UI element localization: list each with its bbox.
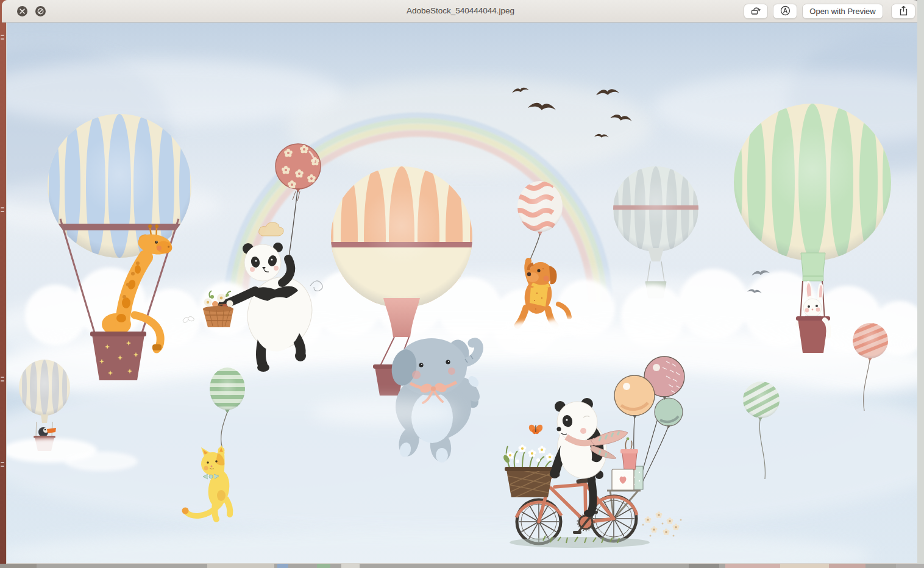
prohibit-icon — [37, 8, 44, 15]
rotate-icon — [750, 5, 761, 17]
share-icon — [899, 5, 908, 18]
rotate-button[interactable] — [744, 4, 768, 19]
desktop-edge-bottom — [0, 564, 924, 568]
star-decorated-basket — [92, 335, 144, 380]
share-button[interactable] — [891, 4, 915, 19]
close-button[interactable] — [17, 6, 27, 16]
image-preview-area — [6, 23, 919, 564]
open-with-preview-label: Open with Preview — [809, 7, 875, 16]
mural-illustration — [7, 23, 918, 563]
window-title: AdobeStock_540444044.jpeg — [407, 6, 514, 15]
close-icon — [20, 9, 25, 14]
window-edge-right — [917, 0, 924, 564]
markup-button[interactable] — [773, 4, 797, 19]
quicklook-window: AdobeStock_540444044.jpeg Open with Prev… — [2, 0, 919, 564]
markup-pen-icon — [780, 5, 791, 18]
open-with-preview-button[interactable]: Open with Preview — [802, 4, 883, 19]
titlebar: AdobeStock_540444044.jpeg Open with Prev… — [2, 0, 919, 23]
prohibit-button[interactable] — [35, 6, 46, 16]
